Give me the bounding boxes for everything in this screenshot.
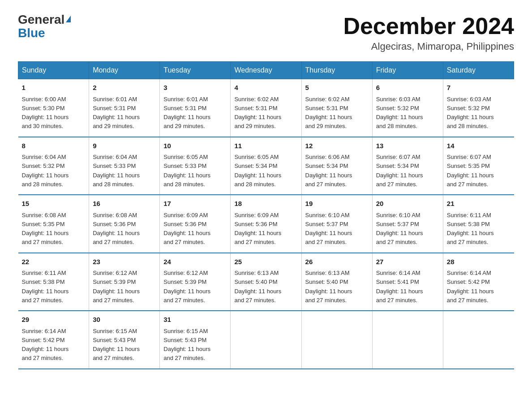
day-info: Sunrise: 6:13 AMSunset: 5:40 PMDaylight:… (305, 270, 352, 304)
day-info: Sunrise: 6:01 AMSunset: 5:31 PMDaylight:… (163, 96, 210, 130)
logo-blue: Blue (18, 26, 45, 40)
calendar-cell: 24 Sunrise: 6:12 AMSunset: 5:39 PMDaylig… (160, 253, 231, 311)
calendar-header-row: SundayMondayTuesdayWednesdayThursdayFrid… (18, 62, 514, 79)
day-info: Sunrise: 6:00 AMSunset: 5:30 PMDaylight:… (22, 96, 69, 130)
calendar-week-row: 8 Sunrise: 6:04 AMSunset: 5:32 PMDayligh… (18, 137, 514, 195)
day-info: Sunrise: 6:03 AMSunset: 5:32 PMDaylight:… (447, 96, 494, 130)
calendar-cell: 27 Sunrise: 6:14 AMSunset: 5:41 PMDaylig… (372, 253, 443, 311)
logo-general: General (18, 13, 64, 26)
day-info: Sunrise: 6:10 AMSunset: 5:37 PMDaylight:… (376, 212, 423, 246)
day-info: Sunrise: 6:12 AMSunset: 5:39 PMDaylight:… (163, 270, 210, 304)
day-info: Sunrise: 6:02 AMSunset: 5:31 PMDaylight:… (234, 96, 281, 130)
day-number: 4 (234, 83, 297, 93)
day-number: 9 (93, 141, 156, 151)
calendar-cell: 8 Sunrise: 6:04 AMSunset: 5:32 PMDayligh… (18, 137, 89, 195)
calendar-table: SundayMondayTuesdayWednesdayThursdayFrid… (18, 61, 514, 369)
day-info: Sunrise: 6:08 AMSunset: 5:35 PMDaylight:… (22, 212, 69, 246)
title-section: December 2024 Algeciras, Mimaropa, Phili… (343, 13, 514, 52)
day-number: 2 (93, 83, 156, 93)
day-number: 30 (93, 315, 156, 325)
calendar-cell (443, 311, 514, 369)
day-number: 31 (163, 315, 227, 325)
calendar-cell: 6 Sunrise: 6:03 AMSunset: 5:32 PMDayligh… (372, 79, 443, 137)
day-info: Sunrise: 6:13 AMSunset: 5:40 PMDaylight:… (234, 270, 281, 304)
day-info: Sunrise: 6:06 AMSunset: 5:34 PMDaylight:… (305, 154, 352, 188)
day-info: Sunrise: 6:14 AMSunset: 5:41 PMDaylight:… (376, 270, 423, 304)
day-number: 29 (22, 315, 86, 325)
day-info: Sunrise: 6:03 AMSunset: 5:32 PMDaylight:… (376, 96, 423, 130)
header-wednesday: Wednesday (231, 62, 301, 79)
day-number: 25 (234, 257, 297, 267)
day-info: Sunrise: 6:02 AMSunset: 5:31 PMDaylight:… (305, 96, 352, 130)
day-info: Sunrise: 6:12 AMSunset: 5:39 PMDaylight:… (93, 270, 140, 304)
day-number: 20 (376, 199, 439, 209)
header-saturday: Saturday (443, 62, 514, 79)
calendar-cell: 11 Sunrise: 6:05 AMSunset: 5:34 PMDaylig… (231, 137, 301, 195)
day-info: Sunrise: 6:10 AMSunset: 5:37 PMDaylight:… (305, 212, 352, 246)
calendar-cell: 23 Sunrise: 6:12 AMSunset: 5:39 PMDaylig… (89, 253, 160, 311)
header-sunday: Sunday (18, 62, 89, 79)
calendar-cell: 3 Sunrise: 6:01 AMSunset: 5:31 PMDayligh… (160, 79, 231, 137)
header-friday: Friday (372, 62, 443, 79)
day-number: 26 (305, 257, 369, 267)
day-number: 10 (163, 141, 227, 151)
calendar-cell: 5 Sunrise: 6:02 AMSunset: 5:31 PMDayligh… (301, 79, 372, 137)
calendar-cell: 19 Sunrise: 6:10 AMSunset: 5:37 PMDaylig… (301, 195, 372, 253)
day-number: 11 (234, 141, 297, 151)
day-info: Sunrise: 6:04 AMSunset: 5:32 PMDaylight:… (22, 154, 69, 188)
day-info: Sunrise: 6:14 AMSunset: 5:42 PMDaylight:… (22, 328, 69, 362)
day-info: Sunrise: 6:11 AMSunset: 5:38 PMDaylight:… (22, 270, 69, 304)
calendar-cell: 10 Sunrise: 6:05 AMSunset: 5:33 PMDaylig… (160, 137, 231, 195)
calendar-week-row: 1 Sunrise: 6:00 AMSunset: 5:30 PMDayligh… (18, 79, 514, 137)
calendar-cell: 18 Sunrise: 6:09 AMSunset: 5:36 PMDaylig… (231, 195, 301, 253)
day-number: 19 (305, 199, 369, 209)
day-number: 1 (22, 83, 86, 93)
calendar-cell: 30 Sunrise: 6:15 AMSunset: 5:43 PMDaylig… (89, 311, 160, 369)
calendar-cell: 26 Sunrise: 6:13 AMSunset: 5:40 PMDaylig… (301, 253, 372, 311)
day-number: 24 (163, 257, 227, 267)
day-number: 28 (447, 257, 511, 267)
day-number: 17 (163, 199, 227, 209)
day-info: Sunrise: 6:04 AMSunset: 5:33 PMDaylight:… (93, 154, 140, 188)
day-info: Sunrise: 6:15 AMSunset: 5:43 PMDaylight:… (93, 328, 140, 362)
day-number: 23 (93, 257, 156, 267)
day-number: 7 (447, 83, 511, 93)
calendar-cell: 9 Sunrise: 6:04 AMSunset: 5:33 PMDayligh… (89, 137, 160, 195)
calendar-cell (231, 311, 301, 369)
calendar-cell: 14 Sunrise: 6:07 AMSunset: 5:35 PMDaylig… (443, 137, 514, 195)
calendar-week-row: 15 Sunrise: 6:08 AMSunset: 5:35 PMDaylig… (18, 195, 514, 253)
calendar-week-row: 22 Sunrise: 6:11 AMSunset: 5:38 PMDaylig… (18, 253, 514, 311)
header-tuesday: Tuesday (160, 62, 231, 79)
day-number: 6 (376, 83, 439, 93)
calendar-cell: 31 Sunrise: 6:15 AMSunset: 5:43 PMDaylig… (160, 311, 231, 369)
calendar-cell (372, 311, 443, 369)
day-info: Sunrise: 6:09 AMSunset: 5:36 PMDaylight:… (234, 212, 281, 246)
page-header: General Blue December 2024 Algeciras, Mi… (18, 13, 514, 52)
calendar-cell: 12 Sunrise: 6:06 AMSunset: 5:34 PMDaylig… (301, 137, 372, 195)
calendar-cell: 16 Sunrise: 6:08 AMSunset: 5:36 PMDaylig… (89, 195, 160, 253)
day-number: 16 (93, 199, 156, 209)
calendar-cell: 2 Sunrise: 6:01 AMSunset: 5:31 PMDayligh… (89, 79, 160, 137)
calendar-cell: 28 Sunrise: 6:14 AMSunset: 5:42 PMDaylig… (443, 253, 514, 311)
calendar-cell: 25 Sunrise: 6:13 AMSunset: 5:40 PMDaylig… (231, 253, 301, 311)
logo: General Blue (18, 13, 71, 40)
day-number: 18 (234, 199, 297, 209)
day-number: 3 (163, 83, 227, 93)
day-number: 14 (447, 141, 511, 151)
day-info: Sunrise: 6:15 AMSunset: 5:43 PMDaylight:… (163, 328, 210, 362)
day-number: 27 (376, 257, 439, 267)
calendar-cell: 17 Sunrise: 6:09 AMSunset: 5:36 PMDaylig… (160, 195, 231, 253)
day-number: 22 (22, 257, 86, 267)
calendar-cell (301, 311, 372, 369)
day-info: Sunrise: 6:07 AMSunset: 5:34 PMDaylight:… (376, 154, 423, 188)
day-info: Sunrise: 6:08 AMSunset: 5:36 PMDaylight:… (93, 212, 140, 246)
day-number: 8 (22, 141, 86, 151)
calendar-cell: 15 Sunrise: 6:08 AMSunset: 5:35 PMDaylig… (18, 195, 89, 253)
day-number: 15 (22, 199, 86, 209)
calendar-cell: 13 Sunrise: 6:07 AMSunset: 5:34 PMDaylig… (372, 137, 443, 195)
calendar-cell: 1 Sunrise: 6:00 AMSunset: 5:30 PMDayligh… (18, 79, 89, 137)
day-info: Sunrise: 6:11 AMSunset: 5:38 PMDaylight:… (447, 212, 494, 246)
day-number: 13 (376, 141, 439, 151)
day-info: Sunrise: 6:14 AMSunset: 5:42 PMDaylight:… (447, 270, 494, 304)
calendar-cell: 4 Sunrise: 6:02 AMSunset: 5:31 PMDayligh… (231, 79, 301, 137)
